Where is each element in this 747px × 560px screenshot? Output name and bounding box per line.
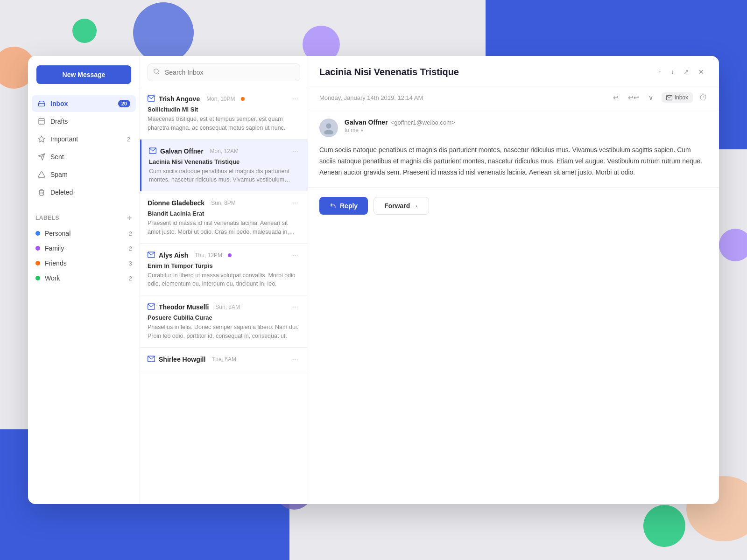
- sidebar-item-inbox[interactable]: Inbox 20: [32, 95, 136, 112]
- status-dot-1: [241, 97, 245, 101]
- inbox-badge: 20: [118, 100, 130, 107]
- reply-actions-bar: Reply Forward →: [308, 188, 719, 224]
- label-work[interactable]: Work 2: [34, 271, 134, 286]
- email-detail-panel: Lacinia Nisi Venenatis Tristique ↑ ↓ ↗ ✕…: [308, 56, 719, 504]
- sender-row-4: Alys Aish Thu, 12PM: [148, 252, 232, 259]
- expand-button[interactable]: ↗: [680, 65, 693, 78]
- forward-button[interactable]: Forward →: [374, 197, 429, 215]
- drafts-label: Drafts: [50, 118, 130, 125]
- inbox-tag-label: Inbox: [675, 94, 688, 101]
- email-detail-header: Lacinia Nisi Venenatis Tristique ↑ ↓ ↗ ✕: [308, 56, 719, 86]
- sidebar-item-sent[interactable]: Sent: [32, 148, 136, 165]
- search-input[interactable]: [148, 63, 300, 81]
- timer-icon: ⏱: [699, 93, 708, 103]
- email-list: Trish Angove Mon, 10PM ··· Sollicitudin …: [140, 87, 308, 504]
- email-detail-subject: Lacinia Nisi Venenatis Tristique: [319, 67, 459, 77]
- sent-label: Sent: [50, 153, 130, 161]
- email-time-5: Sun, 8AM: [215, 304, 240, 310]
- email-time-2: Mon, 12AM: [210, 148, 239, 154]
- inbox-label: Inbox: [50, 100, 113, 107]
- labels-section: Labels + Personal 2 Family 2 Friends 3 W: [28, 210, 140, 286]
- friends-count: 3: [129, 260, 132, 267]
- more-button-4[interactable]: ···: [290, 250, 300, 260]
- spam-label: Spam: [50, 171, 130, 178]
- sidebar-item-drafts[interactable]: Drafts: [32, 113, 136, 130]
- reply-icon: [330, 203, 336, 209]
- to-me-label[interactable]: to me ▾: [345, 127, 455, 133]
- sender-name-2: Galvan Offner: [160, 147, 204, 155]
- sender-avatar: [319, 119, 338, 137]
- email-preview-5: Phasellus in felis. Donec semper sapien …: [148, 323, 300, 341]
- navigate-down-button[interactable]: ↓: [667, 65, 678, 78]
- email-item-6[interactable]: Shirlee Howgill Tue, 6AM ···: [140, 348, 308, 373]
- more-options-button[interactable]: ∨: [645, 91, 657, 104]
- email-time-1: Mon, 10PM: [206, 96, 235, 102]
- sender-row-1: Trish Angove Mon, 10PM: [148, 95, 245, 103]
- email-date: Monday, January 14th 2019, 12:14 AM: [319, 94, 605, 101]
- status-dot-4: [228, 253, 232, 257]
- sender-info: Galvan Offner <goffner1@weibo.com> to me…: [345, 119, 455, 133]
- more-button-3[interactable]: ···: [290, 198, 300, 208]
- email-subject-4: Enim In Tempor Turpis: [148, 262, 300, 269]
- family-label: Family: [45, 245, 124, 252]
- email-time-4: Thu, 12PM: [195, 252, 222, 259]
- sender-name-4: Alys Aish: [159, 252, 188, 259]
- sidebar-item-deleted[interactable]: Deleted: [32, 184, 136, 201]
- email-preview-2: Cum sociis natoque penatibus et magnis d…: [149, 167, 300, 185]
- email-item-3[interactable]: Dionne Gladebeck Sun, 8PM ··· Blandit La…: [140, 191, 308, 244]
- email-preview-1: Maecenas tristique, est et tempus semper…: [148, 115, 300, 133]
- green-circle-top: [72, 19, 97, 43]
- reply-button[interactable]: Reply: [319, 197, 368, 215]
- email-meta-bar: Monday, January 14th 2019, 12:14 AM ↩ ↩↩…: [308, 86, 719, 109]
- work-count: 2: [129, 275, 132, 282]
- label-friends[interactable]: Friends 3: [34, 256, 134, 271]
- sidebar-nav: Inbox 20 Drafts Important 2: [28, 95, 140, 201]
- sender-name-row: Galvan Offner <goffner1@weibo.com>: [345, 119, 455, 126]
- inbox-tag: Inbox: [662, 92, 693, 103]
- purple-circle-right: [719, 229, 747, 261]
- important-badge: 2: [127, 136, 130, 143]
- email-item-1[interactable]: Trish Angove Mon, 10PM ··· Sollicitudin …: [140, 87, 308, 140]
- more-button-1[interactable]: ···: [290, 94, 300, 104]
- more-button-5[interactable]: ···: [290, 302, 300, 312]
- important-icon: [37, 135, 46, 143]
- email-item-2[interactable]: Galvan Offner Mon, 12AM ··· Lacinia Nisi…: [140, 140, 308, 192]
- friends-label: Friends: [45, 259, 124, 267]
- sender-name-3: Dionne Gladebeck: [148, 199, 204, 207]
- close-button[interactable]: ✕: [695, 65, 708, 78]
- personal-count: 2: [129, 230, 132, 237]
- more-button-2[interactable]: ···: [290, 146, 300, 156]
- navigate-up-button[interactable]: ↑: [655, 65, 665, 78]
- email-icon-5: [148, 303, 155, 311]
- email-icon-6: [148, 356, 155, 363]
- personal-dot: [35, 231, 40, 236]
- email-preview-4: Curabitur in libero ut massa volutpat co…: [148, 271, 300, 289]
- svg-marker-3: [38, 136, 44, 142]
- labels-header: Labels +: [34, 210, 134, 226]
- sender-detail-row: Galvan Offner <goffner1@weibo.com> to me…: [319, 119, 708, 137]
- label-personal[interactable]: Personal 2: [34, 226, 134, 241]
- sender-row-6: Shirlee Howgill Tue, 6AM: [148, 356, 236, 363]
- email-item-4[interactable]: Alys Aish Thu, 12PM ··· Enim In Tempor T…: [140, 244, 308, 296]
- green-circle-bottom: [643, 505, 685, 547]
- more-button-6[interactable]: ···: [290, 354, 300, 364]
- email-preview-3: Praesent id massa id nisl venenatis laci…: [148, 219, 300, 237]
- sidebar-item-important[interactable]: Important 2: [32, 131, 136, 147]
- sender-name-5: Theodor Muselli: [159, 303, 209, 311]
- sender-name-1: Trish Angove: [159, 95, 200, 103]
- sidebar-item-spam[interactable]: Spam: [32, 166, 136, 183]
- new-message-button[interactable]: New Message: [36, 65, 131, 84]
- app-container: New Message Inbox 20 Drafts: [28, 56, 719, 504]
- email-reply-actions: ↩ ↩↩ ∨: [609, 91, 657, 104]
- sent-icon: [37, 153, 46, 161]
- email-time-6: Tue, 6AM: [212, 356, 236, 363]
- svg-point-15: [324, 130, 333, 134]
- reply-all-button[interactable]: ↩↩: [624, 91, 643, 104]
- labels-add-button[interactable]: +: [127, 214, 132, 222]
- reply-back-button[interactable]: ↩: [609, 91, 622, 104]
- label-family[interactable]: Family 2: [34, 241, 134, 256]
- email-item-5[interactable]: Theodor Muselli Sun, 8AM ··· Posuere Cub…: [140, 295, 308, 348]
- sender-row-3: Dionne Gladebeck Sun, 8PM: [148, 199, 236, 207]
- work-label: Work: [45, 274, 124, 282]
- email-body-text: Cum sociis natoque penatibus et magnis d…: [319, 145, 708, 178]
